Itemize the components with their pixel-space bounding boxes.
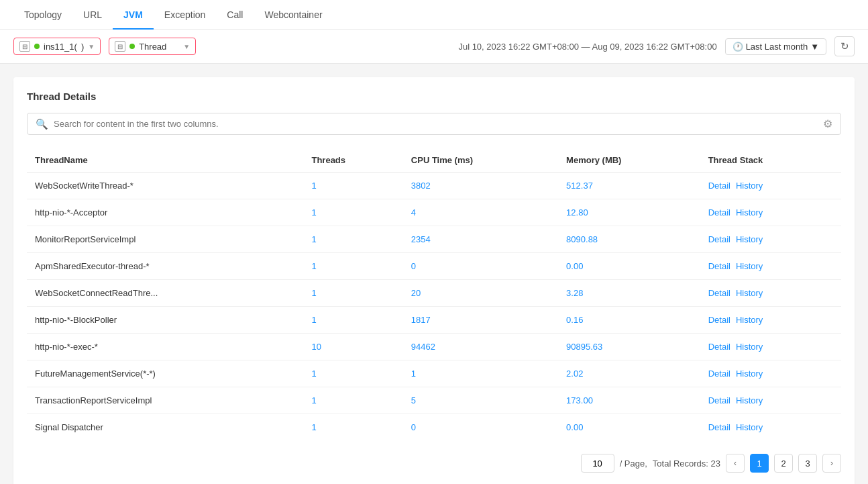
memory-link[interactable]: 173.00 [566,395,593,405]
detail-link[interactable]: Detail [708,369,730,379]
cputime-link[interactable]: 4 [411,207,416,217]
cputime-link[interactable]: 20 [411,288,421,298]
history-link[interactable]: History [736,315,763,325]
detail-link[interactable]: Detail [708,395,730,405]
nav-url[interactable]: URL [72,0,113,30]
page-1-button[interactable]: 1 [750,454,769,473]
memory-link[interactable]: 90895.63 [566,342,602,352]
cell-memory: 512.37 [558,173,700,199]
cputime-link[interactable]: 1817 [411,315,431,325]
cell-actions: Detail History [700,414,841,441]
memory-link[interactable]: 2.02 [566,369,583,379]
history-link[interactable]: History [736,207,763,217]
settings-icon[interactable]: ⚙ [823,117,832,130]
memory-link[interactable]: 0.00 [566,261,583,271]
detail-link[interactable]: Detail [708,261,730,271]
cell-threadname: FutureManagementService(*-*) [27,360,303,387]
cell-actions: Detail History [700,387,841,414]
cputime-link[interactable]: 5 [411,395,416,405]
search-bar: 🔍 ⚙ [27,113,841,135]
cell-threadname: TransactionReportServiceImpl [27,387,303,414]
refresh-button[interactable]: ↻ [834,36,855,56]
history-link[interactable]: History [736,342,763,352]
threads-link[interactable]: 1 [311,315,316,325]
search-icon: 🔍 [36,118,48,130]
detail-link[interactable]: Detail [708,315,730,325]
threads-link[interactable]: 1 [311,369,316,379]
cell-memory: 12.80 [558,199,700,226]
history-link[interactable]: History [736,261,763,271]
memory-link[interactable]: 0.00 [566,422,583,432]
threads-link[interactable]: 1 [311,422,316,432]
col-thread-stack: Thread Stack [700,148,841,173]
memory-link[interactable]: 12.80 [566,207,588,217]
memory-link[interactable]: 8090.88 [566,234,598,244]
history-link[interactable]: History [736,369,763,379]
cell-actions: Detail History [700,334,841,360]
threads-link[interactable]: 10 [311,342,321,352]
thread-table: ThreadName Threads CPU Time (ms) Memory … [27,148,841,440]
cell-threadname: WebSocketConnectReadThre... [27,280,303,307]
history-link[interactable]: History [736,181,763,191]
threads-link[interactable]: 1 [311,288,316,298]
cputime-link[interactable]: 2354 [411,234,431,244]
history-link[interactable]: History [736,422,763,432]
detail-link[interactable]: Detail [708,422,730,432]
section-title: Thread Details [27,91,841,102]
cell-memory: 3.28 [558,280,700,307]
memory-link[interactable]: 0.16 [566,315,583,325]
nav-webcontainer[interactable]: Webcontainer [254,0,333,30]
threads-link[interactable]: 1 [311,395,316,405]
cell-actions: Detail History [700,173,841,199]
prev-page-button[interactable]: ‹ [726,454,745,473]
cell-threads: 1 [303,226,402,253]
page-size-input[interactable] [581,454,614,473]
detail-link[interactable]: Detail [708,234,730,244]
cell-actions: Detail History [700,253,841,280]
table-row: FutureManagementService(*-*) 1 1 2.02 De… [27,360,841,387]
history-link[interactable]: History [736,395,763,405]
cell-actions: Detail History [700,199,841,226]
thread-dropdown[interactable]: ⊟ Thread ▼ [109,38,196,55]
col-threads: Threads [303,148,402,173]
history-link[interactable]: History [736,288,763,298]
nav-topology[interactable]: Topology [13,0,72,30]
nav-exception[interactable]: Exception [154,0,216,30]
detail-link[interactable]: Detail [708,342,730,352]
nav-jvm[interactable]: JVM [113,0,154,30]
cell-cpu-time: 1817 [403,307,558,334]
search-input[interactable] [54,119,818,129]
instance-icon: ⊟ [19,41,30,52]
memory-link[interactable]: 512.37 [566,181,593,191]
cputime-link[interactable]: 94462 [411,342,435,352]
detail-link[interactable]: Detail [708,288,730,298]
cputime-link[interactable]: 3802 [411,181,431,191]
cputime-link[interactable]: 0 [411,422,416,432]
instance-dropdown[interactable]: ⊟ ins11_1( ) ▼ [13,38,101,55]
nav-call[interactable]: Call [216,0,254,30]
thread-arrow-icon: ▼ [183,43,190,50]
detail-link[interactable]: Detail [708,181,730,191]
next-page-button[interactable]: › [822,454,841,473]
col-cpu-time: CPU Time (ms) [403,148,558,173]
memory-link[interactable]: 3.28 [566,288,583,298]
cell-cpu-time: 5 [403,387,558,414]
cputime-link[interactable]: 1 [411,369,416,379]
threads-link[interactable]: 1 [311,234,316,244]
cell-threads: 1 [303,199,402,226]
threads-link[interactable]: 1 [311,261,316,271]
history-link[interactable]: History [736,234,763,244]
cell-threadname: Signal Dispatcher [27,414,303,441]
cputime-link[interactable]: 0 [411,261,416,271]
cell-cpu-time: 1 [403,360,558,387]
threads-link[interactable]: 1 [311,181,316,191]
table-row: ApmSharedExecutor-thread-* 1 0 0.00 Deta… [27,253,841,280]
threads-link[interactable]: 1 [311,207,316,217]
last-month-button[interactable]: 🕐 Last Last month ▼ [725,38,826,55]
page-2-button[interactable]: 2 [774,454,793,473]
detail-link[interactable]: Detail [708,207,730,217]
cell-memory: 0.00 [558,414,700,441]
top-navigation: Topology URL JVM Exception Call Webconta… [0,0,868,30]
page-3-button[interactable]: 3 [798,454,817,473]
cell-threads: 1 [303,253,402,280]
